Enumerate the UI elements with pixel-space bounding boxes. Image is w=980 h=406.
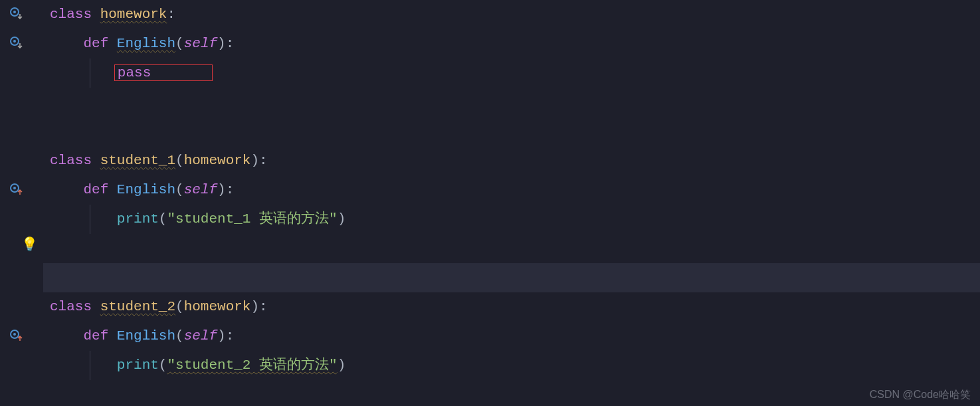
code-editor[interactable]: 💡 class homework: def English(self): pas… <box>0 0 980 406</box>
override-down-icon[interactable] <box>7 4 25 23</box>
paren-close: ): <box>217 36 234 51</box>
override-down-icon[interactable] <box>7 33 25 52</box>
indent <box>50 328 83 344</box>
paren: ( <box>159 211 167 227</box>
code-area[interactable]: class homework: def English(self): pass … <box>43 0 980 406</box>
string-literal: "student_2 英语的方法" <box>167 357 337 373</box>
paren: ( <box>175 182 184 197</box>
colon: : <box>167 7 175 22</box>
code-line[interactable]: def English(self): <box>43 29 980 58</box>
base-class: homework <box>184 153 251 168</box>
code-line[interactable]: print("student_2 英语的方法") <box>43 351 980 380</box>
string-literal: "student_1 英语的方法" <box>167 211 337 227</box>
keyword-pass: pass <box>118 65 151 80</box>
code-line-current[interactable] <box>43 263 980 292</box>
gutter: 💡 <box>0 0 43 406</box>
watermark: CSDN @Code哈哈笑 <box>870 388 971 402</box>
code-line[interactable]: def English(self): <box>43 175 980 205</box>
indent <box>50 357 117 373</box>
keyword-class: class <box>50 7 100 22</box>
paren-close: ): <box>250 153 267 168</box>
paren: ( <box>175 328 184 344</box>
code-line[interactable]: class homework: <box>43 0 980 29</box>
code-line[interactable]: class student_2(homework): <box>43 292 980 322</box>
param-self: self <box>184 36 217 51</box>
indent <box>50 182 83 197</box>
keyword-def: def <box>83 36 116 51</box>
code-line[interactable]: pass <box>43 58 980 88</box>
paren-close: ): <box>217 182 234 197</box>
override-up-icon[interactable] <box>7 326 25 345</box>
code-line[interactable]: print("student_1 英语的方法") <box>43 205 980 234</box>
svg-point-5 <box>13 187 16 189</box>
indent <box>50 211 117 227</box>
override-up-icon[interactable] <box>7 180 25 199</box>
class-name: student_2 <box>100 299 175 314</box>
indent <box>50 65 117 80</box>
param-self: self <box>184 328 217 344</box>
keyword-class: class <box>50 299 100 314</box>
svg-point-3 <box>13 40 16 43</box>
code-line[interactable] <box>43 88 980 117</box>
svg-point-1 <box>13 11 16 13</box>
paren: ( <box>175 36 184 51</box>
keyword-class: class <box>50 153 100 168</box>
function-name: English <box>117 36 175 51</box>
paren: ( <box>175 153 184 168</box>
class-name: student_1 <box>100 153 175 168</box>
base-class: homework <box>184 299 251 314</box>
paren-close: ) <box>338 211 346 227</box>
builtin-print: print <box>117 211 159 227</box>
lightbulb-icon[interactable]: 💡 <box>20 235 39 253</box>
paren: ( <box>159 357 167 373</box>
keyword-def: def <box>83 182 116 197</box>
paren-close: ): <box>217 328 234 344</box>
code-line[interactable]: class student_1(homework): <box>43 146 980 175</box>
keyword-def: def <box>83 328 116 344</box>
function-name: English <box>117 328 175 344</box>
indent <box>50 36 83 51</box>
param-self: self <box>184 182 217 197</box>
paren-close: ): <box>250 299 267 314</box>
svg-point-7 <box>13 333 16 336</box>
paren-close: ) <box>338 357 346 373</box>
function-name: English <box>117 182 175 197</box>
code-line[interactable] <box>43 234 980 263</box>
class-name: homework <box>100 7 167 22</box>
highlight-box: pass <box>114 64 213 81</box>
paren: ( <box>175 299 184 314</box>
code-line[interactable]: def English(self): <box>43 322 980 351</box>
code-line[interactable] <box>43 117 980 146</box>
builtin-print: print <box>117 357 159 373</box>
